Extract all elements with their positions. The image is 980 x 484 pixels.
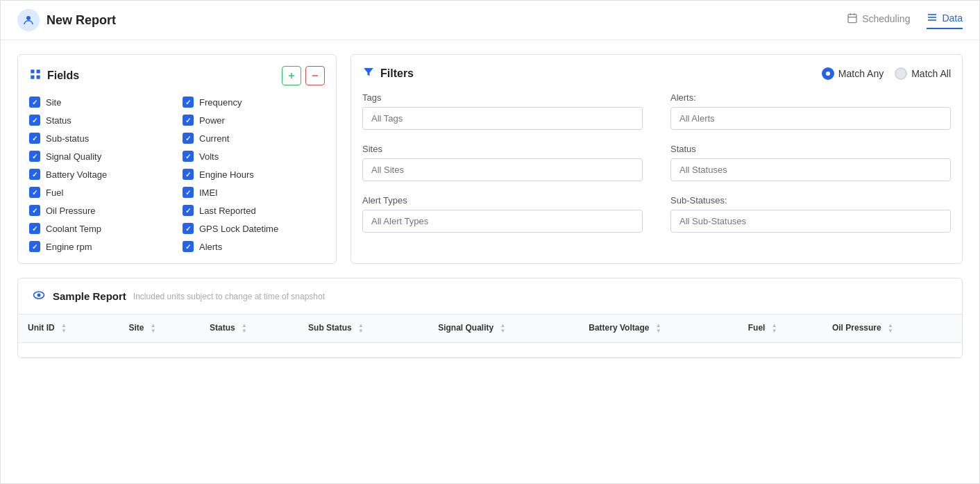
col-unit-id[interactable]: Unit ID ▲▼ — [18, 315, 119, 343]
sort-icon-oil-pressure: ▲▼ — [888, 323, 893, 334]
svg-point-16 — [37, 294, 41, 297]
svg-rect-8 — [31, 69, 34, 73]
tags-input[interactable] — [362, 107, 643, 130]
table-header-row: Unit ID ▲▼ Site ▲▼ — [18, 315, 962, 343]
fields-title: Fields — [29, 68, 79, 83]
col-sub-status[interactable]: Sub Status ▲▼ — [298, 315, 428, 343]
sort-icon-sub-status: ▲▼ — [358, 323, 364, 334]
calendar-icon — [847, 12, 858, 26]
table-header: Unit ID ▲▼ Site ▲▼ — [18, 315, 962, 343]
sample-report-table-container: Unit ID ▲▼ Site ▲▼ — [18, 315, 962, 358]
sample-report-header: Sample Report Included units subject to … — [18, 278, 962, 315]
col-battery-voltage[interactable]: Battery Voltage ▲▼ — [579, 315, 738, 343]
field-checkbox-gps-lock[interactable] — [183, 223, 194, 234]
svg-rect-9 — [37, 69, 40, 73]
fields-panel-header: Fields — [29, 66, 325, 85]
header: New Report Scheduling — [1, 1, 979, 40]
field-item-frequency[interactable]: Frequency — [183, 97, 325, 108]
field-item-alerts[interactable]: Alerts — [183, 241, 325, 252]
field-item-status[interactable]: Status — [29, 115, 171, 126]
scheduling-nav[interactable]: Scheduling — [847, 12, 910, 28]
sample-report-table: Unit ID ▲▼ Site ▲▼ — [18, 315, 962, 358]
status-label: Status — [670, 144, 951, 154]
col-fuel[interactable]: Fuel ▲▼ — [738, 315, 822, 343]
field-checkbox-engine-hours[interactable] — [183, 169, 194, 180]
field-item-last-reported[interactable]: Last Reported — [183, 205, 325, 216]
field-item-power[interactable]: Power — [183, 115, 325, 126]
filter-icon — [362, 66, 375, 81]
alerts-input[interactable] — [670, 107, 951, 130]
field-checkbox-imei[interactable] — [183, 187, 194, 198]
fields-panel: Fields — [17, 54, 337, 264]
field-checkbox-alerts[interactable] — [183, 241, 194, 252]
field-checkbox-engine-rpm[interactable] — [29, 241, 40, 252]
field-item-signal-quality[interactable]: Signal Quality — [29, 151, 171, 162]
field-checkbox-power[interactable] — [183, 115, 194, 126]
field-item-battery-voltage[interactable]: Battery Voltage — [29, 169, 171, 180]
data-label: Data — [942, 12, 963, 24]
field-checkbox-site[interactable] — [29, 97, 40, 108]
sites-input[interactable] — [362, 158, 643, 181]
table-body — [18, 343, 962, 358]
alerts-label: Alerts: — [670, 92, 951, 103]
sort-icon-fuel: ▲▼ — [772, 323, 777, 334]
field-item-gps-lock[interactable]: GPS Lock Datetime — [183, 223, 325, 234]
alert-types-label: Alert Types — [362, 195, 643, 206]
field-checkbox-last-reported[interactable] — [183, 205, 194, 216]
remove-all-button[interactable] — [305, 66, 325, 85]
add-all-button[interactable] — [282, 66, 301, 85]
field-checkbox-signal-quality[interactable] — [29, 151, 40, 162]
main-content: Fields — [1, 40, 979, 483]
field-checkbox-coolant-temp[interactable] — [29, 223, 40, 234]
field-item-site[interactable]: Site — [29, 97, 171, 108]
alert-types-input[interactable] — [362, 210, 643, 233]
field-item-coolant-temp[interactable]: Coolant Temp — [29, 223, 171, 234]
match-any-option[interactable]: Match Any — [822, 67, 884, 80]
filters-grid: Tags Alerts: Sites Status — [362, 92, 951, 233]
field-item-current[interactable]: Current — [183, 133, 325, 144]
filters-title: Filters — [362, 66, 414, 81]
svg-point-0 — [26, 16, 31, 20]
col-site[interactable]: Site ▲▼ — [119, 315, 200, 343]
sort-icon-unit-id: ▲▼ — [61, 323, 67, 334]
sub-statuses-input[interactable] — [670, 210, 951, 233]
lines-icon — [927, 12, 938, 25]
field-item-fuel[interactable]: Fuel — [29, 187, 171, 198]
sample-report-subtitle: Included units subject to change at time… — [133, 292, 325, 301]
status-input[interactable] — [670, 158, 951, 181]
field-checkbox-current[interactable] — [183, 133, 194, 144]
field-item-engine-hours[interactable]: Engine Hours — [183, 169, 325, 180]
tags-label: Tags — [362, 92, 643, 103]
field-checkbox-volts[interactable] — [183, 151, 194, 162]
field-checkbox-battery-voltage[interactable] — [29, 169, 40, 180]
field-item-oil-pressure[interactable]: Oil Pressure — [29, 205, 171, 216]
data-nav[interactable]: Data — [927, 12, 963, 29]
col-signal-quality[interactable]: Signal Quality ▲▼ — [428, 315, 579, 343]
scheduling-label: Scheduling — [862, 13, 910, 24]
sort-icon-site: ▲▼ — [151, 323, 156, 334]
field-checkbox-frequency[interactable] — [183, 97, 194, 108]
svg-rect-11 — [37, 76, 40, 79]
filter-group-tags: Tags — [362, 92, 643, 130]
sub-statuses-label: Sub-Statuses: — [670, 195, 951, 206]
table-row — [18, 343, 962, 358]
field-item-volts[interactable]: Volts — [183, 151, 325, 162]
page-title: New Report — [47, 13, 116, 28]
match-any-radio[interactable] — [822, 67, 834, 80]
field-checkbox-sub-status[interactable] — [29, 133, 40, 144]
filter-group-sites: Sites — [362, 144, 643, 181]
field-item-engine-rpm[interactable]: Engine rpm — [29, 241, 171, 252]
filter-group-sub-statuses: Sub-Statuses: — [670, 195, 951, 233]
match-all-option[interactable]: Match All — [895, 67, 951, 80]
field-item-imei[interactable]: IMEI — [183, 187, 325, 198]
match-all-radio[interactable] — [895, 67, 907, 80]
field-checkbox-oil-pressure[interactable] — [29, 205, 40, 216]
match-all-label: Match All — [911, 68, 951, 79]
field-item-sub-status[interactable]: Sub-status — [29, 133, 171, 144]
field-checkbox-status[interactable] — [29, 115, 40, 126]
col-status[interactable]: Status ▲▼ — [200, 315, 298, 343]
field-checkbox-fuel[interactable] — [29, 187, 40, 198]
sample-report: Sample Report Included units subject to … — [17, 278, 963, 358]
user-avatar-icon — [17, 9, 40, 31]
col-oil-pressure[interactable]: Oil Pressure ▲▼ — [822, 315, 962, 343]
